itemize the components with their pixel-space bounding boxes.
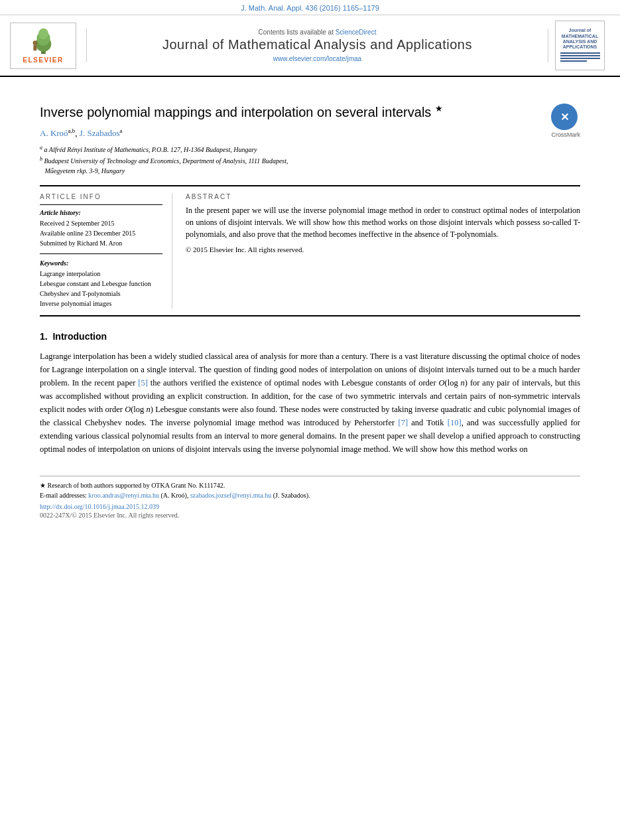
ref-7[interactable]: [7] xyxy=(398,418,408,427)
email2-link[interactable]: szabados.jozsef@renyi.mta.hu xyxy=(190,492,271,499)
ref-10[interactable]: [10] xyxy=(448,418,462,427)
elsevier-tree-icon xyxy=(25,27,62,55)
keyword-3: Chebyshev and T-polynomials xyxy=(40,289,162,299)
keywords-section: Keywords: Lagrange interpolation Lebesgu… xyxy=(40,259,162,309)
authors-line: A. Kroóa,b, J. Szabadosa xyxy=(40,127,580,139)
footnote-star-text: ★ Research of both authors supported by … xyxy=(40,480,580,490)
intro-paragraph: Lagrange interpolation has been a widely… xyxy=(40,350,580,456)
issn-line: 0022-247X/© 2015 Elsevier Inc. All right… xyxy=(40,512,580,519)
section-intro-title: 1. Introduction xyxy=(40,331,580,342)
journal-url[interactable]: www.elsevier.com/locate/jmaa xyxy=(93,55,541,62)
journal-header: ELSEVIER Contents lists available at Sci… xyxy=(0,15,620,77)
journal-logo-right: Journal ofMATHEMATICALANALYSIS ANDAPPLIC… xyxy=(555,21,608,70)
page-container: J. Math. Anal. Appl. 436 (2016) 1165–117… xyxy=(0,0,620,840)
article-info-header: ARTICLE INFO xyxy=(40,193,162,200)
abstract-copyright: © 2015 Elsevier Inc. All rights reserved… xyxy=(186,245,580,253)
author2-sup: a xyxy=(120,127,123,134)
elsevier-logo: ELSEVIER xyxy=(7,23,80,69)
affil-b: b Budapest University of Technology and … xyxy=(40,155,580,176)
received-line: Received 2 September 2015 xyxy=(40,218,162,228)
jmaa-logo-lines xyxy=(560,52,600,63)
crossmark-container: CrossMark xyxy=(551,104,580,138)
thick-divider-2 xyxy=(40,315,580,316)
svg-point-4 xyxy=(32,40,37,45)
journal-ref-text: J. Math. Anal. Appl. 436 (2016) 1165–117… xyxy=(241,4,379,12)
ref-5[interactable]: [5] xyxy=(138,378,148,387)
abstract-text: In the present paper we will use the inv… xyxy=(186,204,580,240)
abstract-col: ABSTRACT In the present paper we will us… xyxy=(186,193,580,309)
science-direct-link[interactable]: ScienceDirect xyxy=(336,29,377,36)
author2-link[interactable]: J. Szabados xyxy=(80,128,120,138)
author1-sup: a,b xyxy=(68,127,76,134)
jmaa-logo-title: Journal ofMATHEMATICALANALYSIS ANDAPPLIC… xyxy=(562,28,598,50)
main-content: Inverse polynomial mappings and interpol… xyxy=(0,77,620,525)
doi-line[interactable]: http://dx.doi.org/10.1016/j.jmaa.2015.12… xyxy=(40,503,580,510)
submitted-line: Submitted by Richard M. Aron xyxy=(40,238,162,248)
affiliations: a a Alfréd Rényi Institute of Mathematic… xyxy=(40,144,580,176)
abstract-header: ABSTRACT xyxy=(186,193,580,200)
svg-point-3 xyxy=(38,29,48,40)
footnote-email-line: E-mail addresses: kroo.andras@renyi.mta.… xyxy=(40,490,580,500)
affil-a: a a Alfréd Rényi Institute of Mathematic… xyxy=(40,144,580,155)
article-title: Inverse polynomial mappings and interpol… xyxy=(40,104,580,121)
footer-section: ★ Research of both authors supported by … xyxy=(40,476,580,525)
keyword-1: Lagrange interpolation xyxy=(40,269,162,279)
article-info-col: ARTICLE INFO Article history: Received 2… xyxy=(40,193,172,309)
svg-rect-5 xyxy=(33,45,36,50)
footnote-star-symbol: ★ xyxy=(40,482,46,489)
crossmark-label: CrossMark xyxy=(551,131,580,138)
keyword-2: Lebesgue constant and Lebesgue function xyxy=(40,279,162,289)
journal-ref-bar: J. Math. Anal. Appl. 436 (2016) 1165–117… xyxy=(0,0,620,15)
available-line: Available online 23 December 2015 xyxy=(40,228,162,238)
author1-link[interactable]: A. Kroó xyxy=(40,128,68,138)
title-star: ★ xyxy=(435,104,443,113)
jmaa-logo-box: Journal ofMATHEMATICALANALYSIS ANDAPPLIC… xyxy=(555,21,605,70)
thick-divider-1 xyxy=(40,185,580,186)
contents-line: Contents lists available at ScienceDirec… xyxy=(93,29,541,36)
keywords-title: Keywords: xyxy=(40,259,162,267)
elsevier-text: ELSEVIER xyxy=(23,56,63,64)
elsevier-logo-box: ELSEVIER xyxy=(10,23,76,69)
info-abstract-row: ARTICLE INFO Article history: Received 2… xyxy=(40,193,580,309)
journal-title-main: Journal of Mathematical Analysis and App… xyxy=(93,37,541,52)
history-title: Article history: xyxy=(40,209,162,216)
crossmark-badge[interactable] xyxy=(551,104,578,130)
info-divider-1 xyxy=(40,204,162,205)
email1-link[interactable]: kroo.andras@renyi.mta.hu xyxy=(88,492,159,499)
journal-title-block: Contents lists available at ScienceDirec… xyxy=(86,29,548,62)
info-divider-2 xyxy=(40,253,162,254)
keyword-4: Inverse polynomial images xyxy=(40,299,162,309)
